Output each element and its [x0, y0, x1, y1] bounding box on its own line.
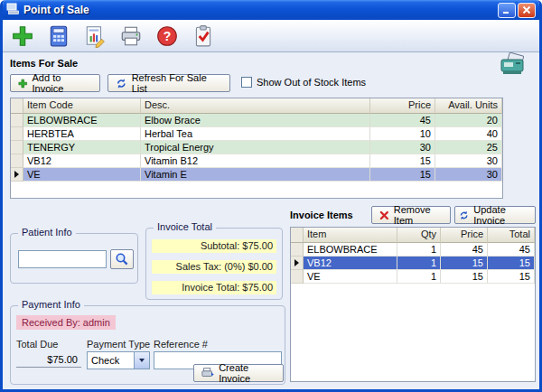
- items-for-sale-title: Items For Sale: [10, 58, 78, 69]
- magnifier-icon: [115, 252, 129, 266]
- cell-avail-units: 30: [435, 154, 502, 168]
- header-gutter: [11, 98, 23, 114]
- cell-total: 15: [488, 257, 535, 270]
- invoice-table: Item Qty Price Total ELBOWBRACE 1 45 45 …: [290, 227, 536, 382]
- current-row-arrow-icon: [294, 259, 299, 266]
- cell-item: ELBOWBRACE: [304, 243, 397, 257]
- cell-price: 45: [441, 243, 488, 257]
- cell-avail-units: 30: [435, 168, 502, 182]
- window-title: Point of Sale: [23, 4, 89, 16]
- items-table-header: Item Code Desc. Price Avail. Units: [11, 98, 502, 114]
- table-row-selected[interactable]: VB12 1 15 15: [291, 257, 535, 270]
- cell-item-code: HERBTEA: [23, 127, 141, 141]
- add-to-invoice-button[interactable]: Add to Invoice: [10, 74, 100, 92]
- help-icon: ?: [155, 24, 179, 48]
- cell-item: VE: [304, 270, 397, 284]
- toolbar: ?: [3, 20, 539, 52]
- table-row[interactable]: ELBOWBRACE 1 45 45: [291, 243, 535, 257]
- row-selector: [11, 127, 23, 141]
- table-row[interactable]: ELBOWBRACE Elbow Brace 45 20: [11, 114, 502, 127]
- update-invoice-label: Update Invoice: [473, 204, 531, 226]
- cell-price: 15: [370, 168, 435, 182]
- table-row[interactable]: VE 1 15 15: [291, 270, 535, 284]
- table-row[interactable]: HERBTEA Herbal Tea 10 40: [11, 127, 502, 141]
- cell-price: 15: [441, 270, 488, 284]
- column-header-avail-units[interactable]: Avail. Units: [435, 98, 502, 114]
- column-header-item-code[interactable]: Item Code: [23, 98, 141, 114]
- payment-info-groupbox: Payment Info Received By: admin Total Du…: [10, 305, 285, 385]
- pos-terminal-icon: [500, 52, 528, 78]
- patient-search-input[interactable]: [18, 250, 107, 268]
- invoice-printer-icon: [201, 367, 214, 379]
- refresh-icon: [459, 210, 469, 221]
- column-header-qty[interactable]: Qty: [397, 228, 441, 243]
- red-x-icon: [379, 210, 389, 221]
- minimize-button[interactable]: [498, 3, 516, 18]
- cell-qty: 1: [397, 270, 441, 284]
- toolbar-print-button[interactable]: [117, 23, 145, 50]
- column-header-price[interactable]: Price: [370, 98, 435, 114]
- row-selector: [291, 270, 304, 284]
- toolbar-reports-button[interactable]: [80, 23, 109, 50]
- close-button[interactable]: [518, 3, 536, 18]
- refresh-for-sale-list-button[interactable]: Refresh For Sale List: [107, 74, 230, 92]
- cell-desc: Herbal Tea: [141, 127, 370, 141]
- cell-desc: Tropical Energy: [141, 141, 370, 154]
- toolbar-calculator-button[interactable]: [44, 23, 73, 50]
- cell-desc: Vitamin B12: [141, 154, 370, 168]
- total-due-value: $75.00: [16, 351, 81, 368]
- show-out-of-stock-label: Show Out of Stock Items: [257, 77, 366, 88]
- update-invoice-button[interactable]: Update Invoice: [454, 206, 536, 224]
- clipboard-check-icon: [192, 24, 215, 48]
- close-icon: [522, 5, 531, 14]
- titlebar[interactable]: Point of Sale: [3, 0, 539, 20]
- show-out-of-stock-checkbox[interactable]: [241, 77, 252, 88]
- toolbar-tasks-button[interactable]: [189, 23, 218, 50]
- table-row[interactable]: TENERGY Tropical Energy 30 25: [11, 141, 502, 154]
- plus-icon: [18, 79, 28, 89]
- minimize-icon: [502, 5, 511, 14]
- remove-item-button[interactable]: Remove Item: [371, 206, 451, 224]
- table-row[interactable]: VB12 Vitamin B12 15 30: [11, 154, 502, 168]
- column-header-desc[interactable]: Desc.: [141, 98, 370, 114]
- create-invoice-button[interactable]: Create Invoice: [193, 364, 284, 382]
- payment-type-value: Check: [88, 355, 134, 366]
- invoice-table-header: Item Qty Price Total: [291, 228, 535, 243]
- column-header-price[interactable]: Price: [441, 228, 488, 243]
- chevron-down-icon: [139, 359, 145, 362]
- cell-total: 15: [488, 270, 535, 284]
- patient-search-button[interactable]: [110, 249, 134, 269]
- cell-desc: Vitamin E: [141, 168, 370, 182]
- toolbar-add-button[interactable]: [8, 23, 37, 50]
- cell-item: VB12: [304, 257, 397, 270]
- svg-text:?: ?: [164, 28, 172, 42]
- cell-item-code: VE: [23, 168, 141, 182]
- combo-dropdown-button[interactable]: [134, 352, 149, 369]
- add-to-invoice-label: Add to Invoice: [33, 72, 93, 94]
- cell-qty: 1: [397, 257, 441, 270]
- column-header-total[interactable]: Total: [488, 228, 535, 243]
- subtotal-line: Subtotal: $75.00: [152, 239, 276, 253]
- invoice-total-label: Invoice Total: [154, 221, 216, 232]
- total-due-label: Total Due: [16, 339, 58, 350]
- cell-item-code: TENERGY: [23, 141, 141, 154]
- row-selector: [11, 141, 23, 154]
- cell-qty: 1: [397, 243, 441, 257]
- plus-icon: [11, 24, 34, 48]
- column-header-item[interactable]: Item: [304, 228, 397, 243]
- row-selector: [291, 257, 304, 270]
- create-invoice-label: Create Invoice: [219, 362, 276, 384]
- row-selector: [11, 114, 23, 127]
- cell-avail-units: 25: [435, 141, 502, 154]
- refresh-icon: [116, 78, 127, 89]
- table-row-selected[interactable]: VE Vitamin E 15 30: [11, 168, 502, 182]
- payment-type-combobox[interactable]: Check: [87, 351, 150, 369]
- toolbar-help-button[interactable]: ?: [153, 23, 182, 50]
- invoice-total-groupbox: Invoice Total Subtotal: $75.00 Sales Tax…: [145, 228, 283, 300]
- items-table: Item Code Desc. Price Avail. Units ELBOW…: [10, 98, 503, 199]
- cell-price: 15: [370, 154, 435, 168]
- payment-type-label: Payment Type: [87, 339, 150, 350]
- current-row-arrow-icon: [14, 171, 19, 178]
- row-selector: [11, 168, 23, 182]
- report-edit-icon: [83, 24, 107, 48]
